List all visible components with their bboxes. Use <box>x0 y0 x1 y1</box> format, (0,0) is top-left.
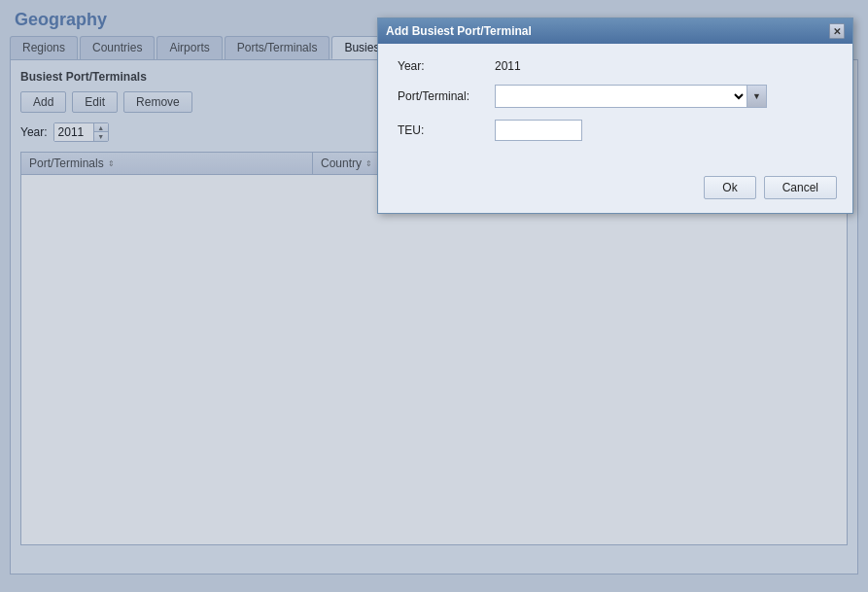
modal-port-select-wrapper: ▼ <box>495 85 767 108</box>
modal-year-row: Year: 2011 <box>398 59 833 73</box>
modal-ok-button[interactable]: Ok <box>704 176 755 199</box>
modal-footer: Ok Cancel <box>378 168 852 213</box>
modal-header: Add Busiest Port/Terminal ✕ <box>378 18 852 44</box>
modal-port-dropdown-btn[interactable]: ▼ <box>746 86 766 107</box>
modal-port-label: Port/Terminal: <box>398 89 495 103</box>
modal-port-select[interactable] <box>496 86 746 107</box>
modal-teu-label: TEU: <box>398 123 495 137</box>
add-dialog: Add Busiest Port/Terminal ✕ Year: 2011 P… <box>377 17 853 214</box>
modal-teu-input[interactable] <box>495 120 582 141</box>
modal-title: Add Busiest Port/Terminal <box>386 24 532 38</box>
modal-body: Year: 2011 Port/Terminal: ▼ TEU: <box>378 44 852 168</box>
modal-year-value: 2011 <box>495 59 521 73</box>
modal-close-button[interactable]: ✕ <box>829 23 845 39</box>
modal-year-label: Year: <box>398 59 495 73</box>
modal-port-row: Port/Terminal: ▼ <box>398 85 833 108</box>
modal-cancel-button[interactable]: Cancel <box>764 176 837 199</box>
modal-teu-row: TEU: <box>398 120 833 141</box>
